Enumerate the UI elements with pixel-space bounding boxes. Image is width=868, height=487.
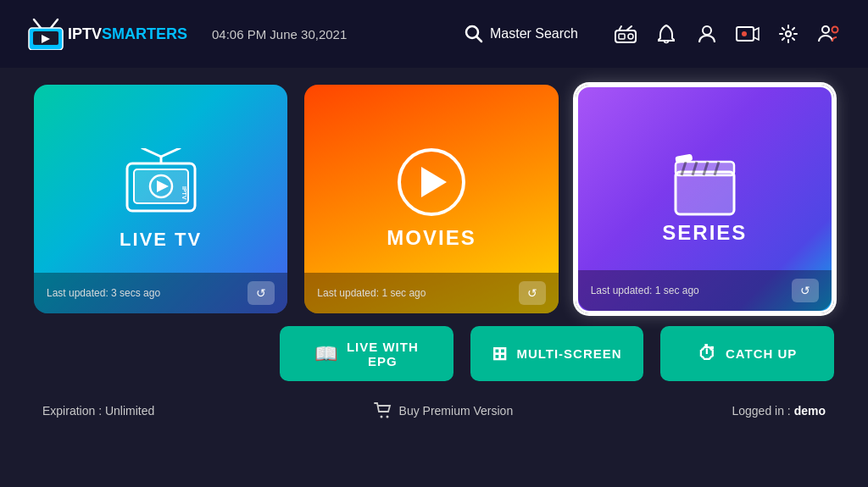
live-tv-label: LIVE TV [120, 229, 202, 251]
svg-line-20 [142, 148, 161, 157]
catch-up-button[interactable]: ⏱ CATCH UP [660, 326, 834, 381]
svg-text:IPTV: IPTV [181, 186, 187, 200]
svg-point-17 [786, 31, 791, 36]
action-buttons-row: 📖 LIVE WITHEPG ⊞ MULTI-SCREEN ⏱ CATCH UP [280, 326, 834, 381]
svg-point-16 [742, 31, 747, 36]
series-icon [669, 153, 741, 221]
record-icon[interactable] [734, 20, 761, 47]
play-triangle [421, 167, 447, 197]
epg-icon: 📖 [314, 343, 338, 365]
buy-premium-area[interactable]: Buy Premium Version [374, 402, 514, 419]
svg-point-10 [628, 34, 633, 39]
series-card[interactable]: SERIES Last updated: 1 sec ago ↺ [576, 85, 834, 313]
logo-area: IPTV SMARTERS [25, 18, 195, 50]
series-label: SERIES [662, 221, 747, 245]
svg-line-21 [161, 148, 180, 157]
svg-point-36 [386, 416, 388, 418]
movies-card[interactable]: MOVIES Last updated: 1 sec ago ↺ [304, 85, 558, 313]
multi-screen-button[interactable]: ⊞ MULTI-SCREEN [470, 326, 644, 381]
status-bar: Expiration : Unlimited Buy Premium Versi… [34, 394, 834, 428]
series-updated: Last updated: 1 sec ago [591, 285, 699, 296]
movies-label: MOVIES [387, 226, 476, 250]
epg-label: LIVE WITHEPG [347, 340, 419, 368]
logo-smarters: SMARTERS [102, 25, 187, 43]
search-label: Master Search [490, 26, 578, 42]
series-refresh-button[interactable]: ↺ [792, 279, 819, 302]
username-text: demo [794, 404, 826, 418]
main-content: IPTV LIVE TV Last updated: 3 secs ago ↺ … [0, 68, 868, 487]
live-tv-icon: IPTV [119, 148, 203, 229]
svg-line-0 [34, 19, 41, 28]
profile-icon[interactable] [693, 20, 721, 47]
logo-tv-icon [25, 18, 66, 50]
nav-icons [612, 20, 843, 47]
datetime: 04:06 PM June 30,2021 [212, 27, 373, 42]
movies-play-icon [398, 148, 465, 216]
svg-line-1 [51, 19, 58, 28]
multiscreen-icon: ⊞ [492, 343, 508, 365]
settings-icon[interactable] [775, 20, 802, 47]
master-search-button[interactable]: Master Search [465, 25, 578, 43]
svg-rect-28 [676, 172, 734, 214]
svg-point-18 [822, 26, 829, 33]
catchup-label: CATCH UP [726, 346, 797, 361]
svg-line-7 [476, 37, 481, 42]
svg-rect-9 [619, 34, 625, 39]
cart-icon [374, 402, 392, 419]
live-tv-updated: Last updated: 3 secs ago [47, 287, 160, 299]
catchup-icon: ⏱ [698, 343, 717, 365]
live-tv-footer: Last updated: 3 secs ago ↺ [34, 273, 287, 313]
movies-footer: Last updated: 1 sec ago ↺ [304, 273, 558, 313]
buy-premium-text: Buy Premium Version [399, 404, 514, 418]
multiscreen-label: MULTI-SCREEN [516, 346, 621, 361]
svg-point-19 [832, 27, 838, 33]
svg-point-13 [703, 26, 711, 35]
header: IPTV SMARTERS 04:06 PM June 30,2021 Mast… [0, 0, 868, 68]
movies-refresh-button[interactable]: ↺ [519, 281, 546, 305]
live-tv-refresh-button[interactable]: ↺ [248, 281, 275, 305]
logo-iptv: IPTV [68, 25, 102, 43]
search-icon [465, 25, 483, 43]
logo-text: IPTV SMARTERS [68, 25, 187, 43]
cards-row: IPTV LIVE TV Last updated: 3 secs ago ↺ … [34, 85, 834, 313]
svg-point-35 [380, 416, 382, 418]
series-footer: Last updated: 1 sec ago ↺ [578, 270, 832, 311]
live-tv-card[interactable]: IPTV LIVE TV Last updated: 3 secs ago ↺ [34, 85, 287, 313]
live-with-epg-button[interactable]: 📖 LIVE WITHEPG [280, 326, 453, 381]
expiration-text: Expiration : Unlimited [42, 404, 154, 418]
radio-icon[interactable] [612, 20, 639, 47]
bell-icon[interactable] [653, 20, 680, 47]
users-icon[interactable] [815, 20, 843, 47]
logged-in-text: Logged in : demo [732, 404, 826, 418]
movies-updated: Last updated: 1 sec ago [317, 287, 426, 299]
